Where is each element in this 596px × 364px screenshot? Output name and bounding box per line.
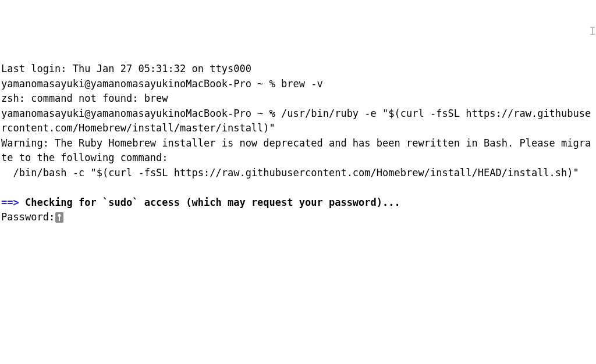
password-line[interactable]: Password: bbox=[1, 210, 595, 225]
arrow-icon: ==> bbox=[1, 197, 19, 208]
shell-prompt-2: yamanomasayuki@yamanomasayukinoMacBook-P… bbox=[1, 108, 281, 119]
key-icon bbox=[55, 212, 63, 223]
warning-line-1: Warning: The Ruby Homebrew installer is … bbox=[1, 136, 595, 166]
blank-line bbox=[1, 180, 595, 195]
warning-line-2: /bin/bash -c "$(curl -fsSL https://raw.g… bbox=[1, 166, 595, 181]
sudo-check-line: ==> Checking for `sudo` access (which ma… bbox=[1, 195, 595, 210]
shell-prompt-1: yamanomasayuki@yamanomasayukinoMacBook-P… bbox=[1, 78, 281, 90]
shell-command-1: brew -v bbox=[281, 78, 323, 90]
last-login-line: Last login: Thu Jan 27 05:31:32 on ttys0… bbox=[1, 62, 595, 77]
sudo-check-text: Checking for `sudo` access (which may re… bbox=[19, 197, 400, 208]
shell-line-1[interactable]: yamanomasayuki@yamanomasayukinoMacBook-P… bbox=[1, 77, 595, 92]
shell-error-1: zsh: command not found: brew bbox=[1, 91, 595, 106]
password-label: Password: bbox=[1, 211, 55, 223]
text-cursor-icon: I bbox=[589, 22, 596, 40]
shell-line-2[interactable]: yamanomasayuki@yamanomasayukinoMacBook-P… bbox=[1, 106, 595, 136]
